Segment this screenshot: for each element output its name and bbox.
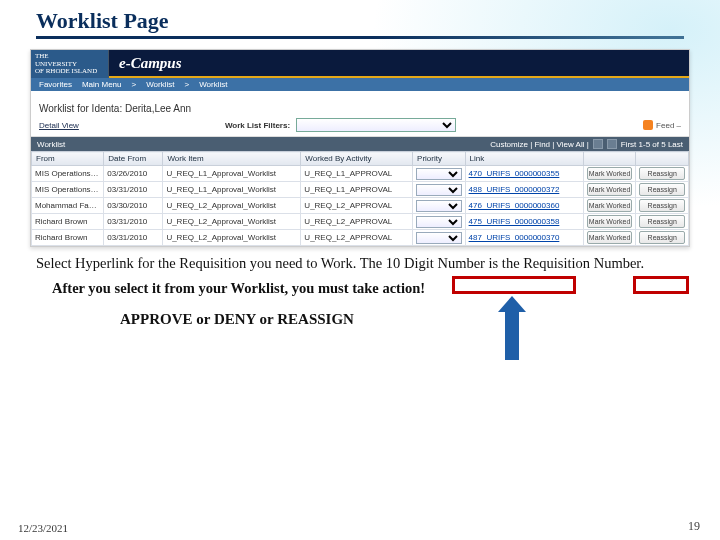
col-priority[interactable]: Priority — [413, 152, 466, 166]
cell-item: U_REQ_L1_Approval_Worklist — [163, 166, 301, 182]
grid-header-bar: Worklist Customize | Find | View All | F… — [31, 137, 689, 151]
cell-activity: U_REQ_L2_APPROVAL — [301, 230, 413, 246]
mark-worked-button[interactable]: Mark Worked — [587, 167, 633, 180]
requisition-link[interactable]: 475_URIFS_0000000358 — [465, 214, 583, 230]
cell-activity: U_REQ_L1_APPROVAL — [301, 182, 413, 198]
cell-date: 03/30/2010 — [104, 198, 163, 214]
menu-worklist[interactable]: Worklist — [199, 80, 227, 89]
ecampus-brand: e-Campus — [109, 50, 689, 78]
reassign-button[interactable]: Reassign — [639, 215, 685, 228]
requisition-link[interactable]: 470_URIFS_0000000355 — [465, 166, 583, 182]
col-date[interactable]: Date From — [104, 152, 163, 166]
cell-activity: U_REQ_L2_APPROVAL — [301, 214, 413, 230]
cell-date: 03/26/2010 — [104, 166, 163, 182]
cell-date: 03/31/2010 — [104, 182, 163, 198]
worklist-for-label: Worklist for Identa: Derita,Lee Ann — [31, 99, 689, 116]
table-row: Richard Brown 03/31/2010 U_REQ_L2_Approv… — [32, 214, 689, 230]
priority-select[interactable] — [416, 216, 462, 228]
requisition-link[interactable]: 487_URIFS_0000000370 — [465, 230, 583, 246]
footer-date: 12/23/2021 — [18, 522, 68, 534]
cell-from: Mohammad Faghri — [32, 198, 104, 214]
col-link[interactable]: Link — [465, 152, 583, 166]
sep: > — [184, 80, 189, 89]
grid-tool-links[interactable]: Customize | Find | View All | — [490, 140, 589, 149]
mark-worked-button[interactable]: Mark Worked — [587, 231, 633, 244]
filter-row: Detail View Work List Filters: Feed – — [31, 116, 689, 137]
cell-from: MIS Operations Scheduler — [32, 182, 104, 198]
priority-select[interactable] — [416, 200, 462, 212]
reassign-button[interactable]: Reassign — [639, 199, 685, 212]
cell-item: U_REQ_L1_Approval_Worklist — [163, 182, 301, 198]
footer-page-number: 19 — [688, 519, 700, 534]
cell-from: Richard Brown — [32, 214, 104, 230]
requisition-link[interactable]: 488_URIFS_0000000372 — [465, 182, 583, 198]
cell-date: 03/31/2010 — [104, 230, 163, 246]
university-logo: THE UNIVERSITY OF RHODE ISLAND — [31, 50, 109, 78]
cell-from: Richard Brown — [32, 230, 104, 246]
reassign-button[interactable]: Reassign — [639, 167, 685, 180]
cell-item: U_REQ_L2_Approval_Worklist — [163, 214, 301, 230]
table-header-row: From Date From Work Item Worked By Activ… — [32, 152, 689, 166]
requisition-link[interactable]: 476_URIFS_0000000360 — [465, 198, 583, 214]
col-from[interactable]: From — [32, 152, 104, 166]
feed-icon — [643, 120, 653, 130]
mark-worked-button[interactable]: Mark Worked — [587, 183, 633, 196]
cell-date: 03/31/2010 — [104, 214, 163, 230]
grid-nav-text: First 1-5 of 5 Last — [621, 140, 683, 149]
col-activity[interactable]: Worked By Activity — [301, 152, 413, 166]
header-band: THE UNIVERSITY OF RHODE ISLAND e-Campus — [31, 50, 689, 78]
worklist-filter-select[interactable] — [296, 118, 456, 132]
instruction-text-1: Select Hyperlink for the Requisition you… — [36, 255, 684, 272]
arrow-up-icon — [498, 296, 526, 360]
table-row: Richard Brown 03/31/2010 U_REQ_L2_Approv… — [32, 230, 689, 246]
priority-select[interactable] — [416, 232, 462, 244]
logo-line3: OF RHODE ISLAND — [35, 68, 104, 76]
download-icon[interactable] — [593, 139, 603, 149]
reassign-button[interactable]: Reassign — [639, 183, 685, 196]
table-row: MIS Operations Scheduler 03/26/2010 U_RE… — [32, 166, 689, 182]
app-screenshot: THE UNIVERSITY OF RHODE ISLAND e-Campus … — [30, 49, 690, 247]
priority-select[interactable] — [416, 184, 462, 196]
table-row: Mohammad Faghri 03/30/2010 U_REQ_L2_Appr… — [32, 198, 689, 214]
table-row: MIS Operations Scheduler 03/31/2010 U_RE… — [32, 182, 689, 198]
worklist-table: From Date From Work Item Worked By Activ… — [31, 151, 689, 246]
sep: > — [131, 80, 136, 89]
zoom-icon[interactable] — [607, 139, 617, 149]
feed-link[interactable]: Feed – — [643, 120, 681, 130]
cell-item: U_REQ_L2_Approval_Worklist — [163, 230, 301, 246]
filter-label: Work List Filters: — [225, 121, 290, 130]
breadcrumb: Favorites Main Menu > Worklist > Worklis… — [31, 78, 689, 99]
approve-deny-reassign-line: APPROVE or DENY or REASSIGN — [120, 311, 720, 328]
priority-select[interactable] — [416, 168, 462, 180]
col-markworked — [583, 152, 636, 166]
mark-worked-button[interactable]: Mark Worked — [587, 215, 633, 228]
slide-title-bar: Worklist Page — [36, 8, 684, 39]
cell-from: MIS Operations Scheduler — [32, 166, 104, 182]
reassign-button[interactable]: Reassign — [639, 231, 685, 244]
col-reassign — [636, 152, 689, 166]
slide-title: Worklist Page — [36, 8, 684, 34]
instruction-text-2: After you select it from your Worklist, … — [52, 280, 668, 297]
grid-tools: Customize | Find | View All | First 1-5 … — [490, 139, 683, 149]
menu-main[interactable]: Main Menu — [82, 80, 122, 89]
menu-worklist-parent[interactable]: Worklist — [146, 80, 174, 89]
cell-activity: U_REQ_L2_APPROVAL — [301, 198, 413, 214]
detail-view-link[interactable]: Detail View — [39, 121, 79, 130]
mark-worked-button[interactable]: Mark Worked — [587, 199, 633, 212]
feed-label: Feed – — [656, 121, 681, 130]
col-item[interactable]: Work Item — [163, 152, 301, 166]
cell-item: U_REQ_L2_Approval_Worklist — [163, 198, 301, 214]
grid-title: Worklist — [37, 140, 65, 149]
cell-activity: U_REQ_L1_APPROVAL — [301, 166, 413, 182]
menu-favorites[interactable]: Favorites — [39, 80, 72, 89]
